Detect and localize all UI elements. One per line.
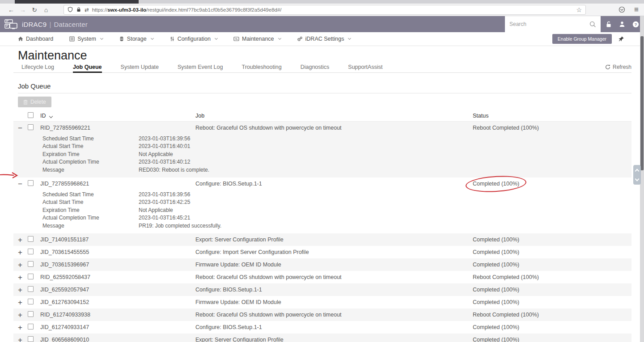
tab-diagnostics[interactable]: Diagnostics [301,64,330,72]
reload-icon[interactable]: ↻ [29,7,40,13]
select-all-checkbox[interactable] [28,112,34,118]
nav-item-idrac-settings[interactable]: iDRAC Settings [297,36,351,42]
address-bar[interactable]: ⇄ https://swx-ufm3-03-ilo/restgui/index.… [64,5,586,15]
user-icon[interactable] [619,21,625,27]
job-status: Reboot Completed (100%) [473,312,539,318]
expand-toggle[interactable]: + [18,336,28,342]
detail-value: 2023-01-03T16:40:12 [139,158,631,166]
expand-toggle[interactable]: + [18,286,28,294]
expand-toggle[interactable]: + [18,274,28,281]
row-checkbox[interactable] [28,124,34,130]
job-id: RID_612740933938 [40,312,195,318]
table-row[interactable]: − RID_727855969221 Reboot: Graceful OS s… [13,122,631,134]
job-details: Scheduled Start Time 2023-01-03T16:39:56… [13,134,631,177]
job-row-group: + JID_606568609010 Export: Server Config… [13,334,631,342]
detail-value: 2023-01-03T16:40:01 [139,143,631,150]
row-checkbox[interactable] [28,180,34,186]
detail-label: Expiration Time [42,207,139,214]
job-name: Export: Server Configuration Profile [195,236,473,243]
row-checkbox[interactable] [28,286,34,292]
expand-toggle[interactable]: + [18,324,28,331]
header-search[interactable] [505,16,601,32]
row-checkbox[interactable] [28,261,34,267]
tab-troubleshooting[interactable]: Troubleshooting [242,64,281,72]
browser-active-tab[interactable] [15,0,139,4]
tab-job-queue[interactable]: Job Queue [73,64,102,72]
scrollbar-thumb[interactable] [640,36,644,170]
search-icon[interactable] [589,21,596,28]
row-checkbox[interactable] [28,299,34,304]
table-row[interactable]: + JID_703615455555 Configure: Import Ser… [13,246,631,258]
job-row-group: + JID_612740933147 Configure: BIOS.Setup… [13,321,631,334]
nav-item-storage[interactable]: Storage [119,36,153,42]
table-row[interactable]: + JID_612740933147 Configure: BIOS.Setup… [13,321,631,334]
nav-item-system[interactable]: System [69,36,103,42]
sync-arrows-icon[interactable]: ⇄ [85,7,89,13]
expand-toggle[interactable]: − [18,180,28,188]
tab-system-update[interactable]: System Update [121,64,159,72]
expand-toggle[interactable]: + [18,299,28,306]
help-icon[interactable]: ? [632,21,639,28]
row-checkbox[interactable] [28,336,34,342]
refresh-button[interactable]: Refresh [605,64,631,72]
row-checkbox[interactable] [28,249,34,254]
job-name: Firmware Update: OEM ID Module [195,262,473,268]
detail-label: Actual Start Time [42,143,139,150]
job-id: JID_625592057947 [40,287,195,293]
annotation-arrow [0,171,20,179]
search-input[interactable] [509,21,589,27]
job-status: Completed (100%) [473,337,519,342]
detail-value: Not Applicable [139,151,631,158]
row-checkbox[interactable] [28,236,34,242]
back-icon[interactable]: ← [5,7,17,13]
scroll-buttons[interactable] [633,165,641,185]
job-status: Reboot Completed (100%) [473,125,539,131]
nav-item-maintenance[interactable]: Maintenance [233,36,281,42]
row-checkbox[interactable] [28,324,34,329]
expand-toggle[interactable]: − [18,124,28,132]
tab-system-event-log[interactable]: System Event Log [178,64,223,72]
scroll-up-icon[interactable] [635,169,640,173]
nav-item-dashboard[interactable]: Dashboard [18,36,53,42]
table-row[interactable]: + JID_612763094152 Firmware Update: OEM … [13,296,631,308]
enable-group-manager-button[interactable]: Enable Group Manager [552,34,612,44]
unlock-icon[interactable] [606,21,612,27]
table-row[interactable]: − JID_727855968621 Configure: BIOS.Setup… [13,177,631,190]
scroll-down-icon[interactable] [635,177,640,181]
row-checkbox[interactable] [28,274,34,279]
job-status: Completed (100%) [473,181,519,187]
table-row[interactable]: + JID_703615396967 Firmware Update: OEM … [13,258,631,271]
job-table-body: − RID_727855969221 Reboot: Graceful OS s… [13,122,631,342]
pin-icon[interactable] [618,36,624,42]
expand-toggle[interactable]: + [18,261,28,269]
forward-icon[interactable]: → [17,7,29,13]
tab-lifecycle-log[interactable]: Lifecycle Log [21,64,54,72]
job-status: Reboot Completed (100%) [473,274,539,280]
detail-line: Scheduled Start Time 2023-01-03T16:39:56 [13,135,631,143]
table-row[interactable]: + JID_714091551187 Export: Server Config… [13,233,631,246]
table-row[interactable]: + RID_612740933938 Reboot: Graceful OS s… [13,308,631,321]
table-row[interactable]: + JID_625592057947 Configure: BIOS.Setup… [13,283,631,296]
table-row[interactable]: + JID_606568609010 Export: Server Config… [13,334,631,342]
expand-toggle[interactable]: + [18,311,28,319]
browser-home-icon[interactable]: ⌂ [40,7,52,13]
tab-supportassist[interactable]: SupportAssist [348,64,382,72]
expand-toggle[interactable]: + [18,249,28,256]
pocket-icon[interactable] [619,6,625,13]
menu-icon[interactable]: ≡ [634,5,639,14]
job-status: Completed (100%) [473,262,519,268]
delete-button[interactable]: Delete [18,97,51,107]
column-header-id[interactable]: ID [40,113,195,119]
job-name: Firmware Update: OEM ID Module [195,299,473,305]
table-row[interactable]: + RID_625592058437 Reboot: Graceful OS s… [13,271,631,283]
job-row-group: + RID_612740933938 Reboot: Graceful OS s… [13,308,631,321]
row-checkbox[interactable] [28,311,34,317]
sort-chevron-icon [49,114,52,118]
nav-item-configuration[interactable]: Configuration [169,36,217,42]
shield-icon[interactable] [68,7,73,13]
bookmark-star-icon[interactable]: ☆ [576,6,582,13]
job-details: Scheduled Start Time 2023-01-03T16:39:56… [13,190,631,233]
expand-toggle[interactable]: + [18,236,28,244]
idrac-settings-icon [297,36,303,42]
lock-icon[interactable] [76,7,81,13]
